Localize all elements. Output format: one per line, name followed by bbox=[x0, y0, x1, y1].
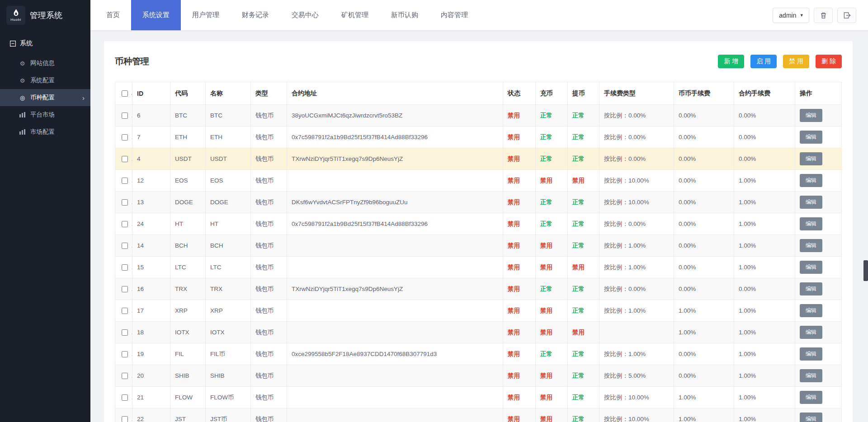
cell-name: JST币 bbox=[206, 408, 251, 422]
coin-management-card: 币种管理 新 增 启 用 禁 用 删 除 ID 代码 名称 类型 bbox=[104, 41, 853, 422]
cell-checkbox bbox=[115, 365, 132, 387]
nav-item-miner-management[interactable]: 矿机管理 bbox=[330, 0, 380, 30]
enable-button[interactable]: 启 用 bbox=[750, 55, 777, 68]
row-checkbox[interactable] bbox=[122, 221, 128, 227]
cell-id: 18 bbox=[132, 322, 170, 343]
row-checkbox[interactable] bbox=[122, 134, 128, 141]
nav-item-trade-center[interactable]: 交易中心 bbox=[280, 0, 330, 30]
cell-status: 禁用 bbox=[503, 170, 536, 192]
table-row: 20SHIBSHIB钱包币禁用禁用正常按比例：5.00%0.00%1.00%编辑 bbox=[115, 365, 842, 387]
cell-withdraw: 正常 bbox=[568, 213, 599, 235]
edit-button[interactable]: 编辑 bbox=[800, 131, 822, 144]
cell-deposit: 禁用 bbox=[536, 170, 568, 192]
cell-checkbox bbox=[115, 387, 132, 408]
cell-status: 禁用 bbox=[503, 213, 536, 235]
cell-checkbox bbox=[115, 257, 132, 278]
nav-item-user-management[interactable]: 用户管理 bbox=[181, 0, 231, 30]
brand: Huobi 管理系统 bbox=[0, 0, 90, 30]
row-checkbox[interactable] bbox=[122, 308, 128, 314]
cell-id: 14 bbox=[132, 235, 170, 257]
cell-id: 15 bbox=[132, 257, 170, 278]
cell-id: 17 bbox=[132, 300, 170, 322]
edit-button[interactable]: 编辑 bbox=[800, 413, 822, 422]
cell-name: LTC bbox=[206, 257, 251, 278]
user-dropdown[interactable]: admin ▾ bbox=[773, 8, 809, 23]
add-button[interactable]: 新 增 bbox=[718, 55, 744, 68]
cell-status: 禁用 bbox=[503, 387, 536, 408]
cell-withdraw: 正常 bbox=[568, 343, 599, 365]
cell-status: 禁用 bbox=[503, 148, 536, 170]
cell-actions: 编辑 bbox=[795, 192, 842, 213]
disable-button[interactable]: 禁 用 bbox=[783, 55, 809, 68]
cell-contract_fee: 1.00% bbox=[734, 170, 795, 192]
row-checkbox[interactable] bbox=[122, 243, 128, 249]
nav-item-system-settings[interactable]: 系统设置 bbox=[131, 0, 181, 30]
nav-item-content-management[interactable]: 内容管理 bbox=[429, 0, 479, 30]
cell-type: 钱包币 bbox=[251, 235, 287, 257]
cell-contract_fee: 0.00% bbox=[734, 148, 795, 170]
edit-button[interactable]: 编辑 bbox=[800, 152, 822, 165]
cell-actions: 编辑 bbox=[795, 105, 842, 127]
edit-button[interactable]: 编辑 bbox=[800, 196, 822, 209]
cell-deposit: 禁用 bbox=[536, 365, 568, 387]
edit-button[interactable]: 编辑 bbox=[800, 174, 822, 187]
cell-coin_fee: 0.00% bbox=[674, 235, 734, 257]
table-row: 24HTHT钱包币0x7c598791f2a1b9Bd25f15f37fB414… bbox=[115, 213, 842, 235]
select-all-checkbox[interactable] bbox=[122, 90, 128, 97]
sidebar-item-coin-config[interactable]: ◎ 币种配置 › bbox=[0, 89, 90, 106]
row-checkbox[interactable] bbox=[122, 394, 128, 401]
delete-button[interactable]: 删 除 bbox=[816, 55, 842, 68]
row-checkbox[interactable] bbox=[122, 178, 128, 184]
cell-code: FLOW bbox=[170, 387, 206, 408]
sidebar-item-market-config[interactable]: 市场配置 bbox=[0, 123, 90, 141]
sidebar-item-website-info[interactable]: ⚙ 网站信息 bbox=[0, 55, 90, 72]
scrollbar-thumb[interactable] bbox=[863, 260, 868, 281]
cell-name: DOGE bbox=[206, 192, 251, 213]
cell-withdraw: 禁用 bbox=[568, 170, 599, 192]
cell-contract_fee: 0.00% bbox=[734, 127, 795, 148]
trash-icon bbox=[820, 12, 827, 19]
edit-button[interactable]: 编辑 bbox=[800, 369, 822, 382]
cell-fee_type bbox=[599, 322, 674, 343]
edit-button[interactable]: 编辑 bbox=[800, 109, 822, 122]
sidebar-item-platform-market[interactable]: 平台市场 bbox=[0, 106, 90, 123]
row-checkbox[interactable] bbox=[122, 113, 128, 119]
cell-contract_fee: 1.00% bbox=[734, 257, 795, 278]
edit-button[interactable]: 编辑 bbox=[800, 282, 822, 295]
cell-code: BCH bbox=[170, 235, 206, 257]
row-checkbox[interactable] bbox=[122, 373, 128, 379]
cell-coin_fee: 0.00% bbox=[674, 257, 734, 278]
edit-button[interactable]: 编辑 bbox=[800, 326, 822, 339]
cell-id: 16 bbox=[132, 278, 170, 300]
edit-button[interactable]: 编辑 bbox=[800, 217, 822, 230]
cell-name: FIL币 bbox=[206, 343, 251, 365]
edit-button[interactable]: 编辑 bbox=[800, 261, 822, 274]
cell-fee_type: 按比例：10.00% bbox=[599, 408, 674, 422]
edit-button[interactable]: 编辑 bbox=[800, 304, 822, 317]
sidebar-item-system-config[interactable]: ⚙ 系统配置 bbox=[0, 72, 90, 89]
trash-button[interactable] bbox=[814, 8, 833, 23]
logout-button[interactable] bbox=[837, 8, 856, 23]
row-checkbox[interactable] bbox=[122, 199, 128, 206]
row-checkbox[interactable] bbox=[122, 416, 128, 422]
cell-contract bbox=[287, 322, 503, 343]
edit-button[interactable]: 编辑 bbox=[800, 347, 822, 361]
cell-name: HT bbox=[206, 213, 251, 235]
cell-coin_fee: 1.00% bbox=[674, 300, 734, 322]
nav-item-home[interactable]: 首页 bbox=[95, 0, 131, 30]
edit-button[interactable]: 编辑 bbox=[800, 391, 822, 404]
row-checkbox[interactable] bbox=[122, 264, 128, 271]
cell-type: 钱包币 bbox=[251, 408, 287, 422]
row-checkbox[interactable] bbox=[122, 156, 128, 162]
flame-icon bbox=[12, 9, 20, 17]
cell-contract_fee: 1.00% bbox=[734, 343, 795, 365]
edit-button[interactable]: 编辑 bbox=[800, 239, 822, 252]
sidebar-section-system[interactable]: 系统 bbox=[0, 30, 90, 55]
row-checkbox[interactable] bbox=[122, 351, 128, 357]
row-checkbox[interactable] bbox=[122, 286, 128, 292]
nav-item-new-coin-subscription[interactable]: 新币认购 bbox=[380, 0, 429, 30]
nav-item-finance-records[interactable]: 财务记录 bbox=[231, 0, 280, 30]
row-checkbox[interactable] bbox=[122, 329, 128, 336]
cell-id: 21 bbox=[132, 387, 170, 408]
cell-withdraw: 正常 bbox=[568, 408, 599, 422]
